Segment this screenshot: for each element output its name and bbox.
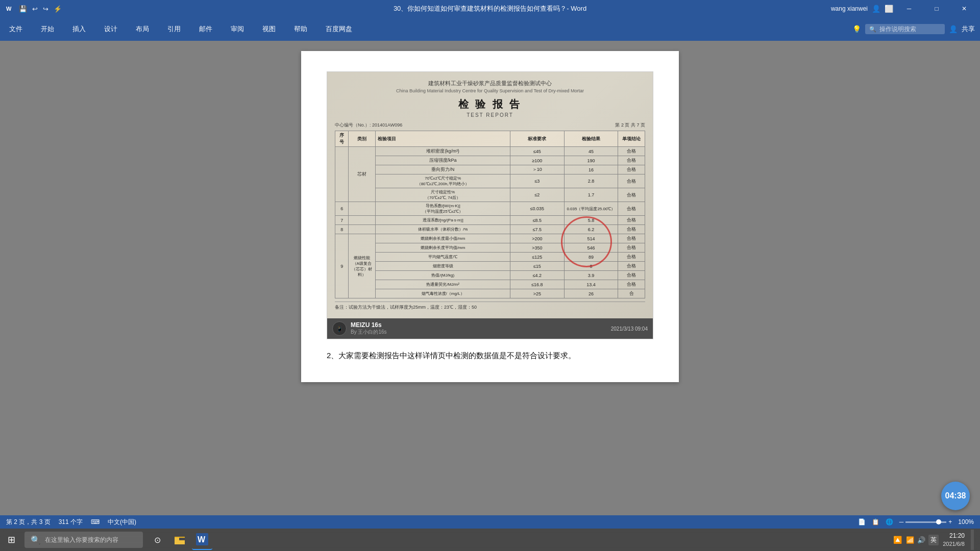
tab-layout[interactable]: 布局: [132, 22, 153, 36]
read-mode-icon[interactable]: 📄: [858, 518, 866, 525]
report-title-en: TEST REPORT: [335, 112, 645, 118]
ribbon-search-box[interactable]: 🔍: [865, 24, 945, 34]
row-seq: 9: [335, 234, 349, 298]
auto-save-qa-btn[interactable]: ⚡: [52, 5, 63, 13]
close-button[interactable]: ✕: [952, 0, 976, 17]
header-category: 类别: [349, 131, 376, 147]
lightbulb-icon: 💡: [852, 25, 861, 33]
table-row: 70℃±2℃尺寸稳定%（80℃±2℃,200h,平均绝小） ≤3 2.8 合格: [335, 174, 645, 188]
zoom-in-icon[interactable]: +: [948, 518, 952, 525]
tab-insert[interactable]: 插入: [68, 22, 90, 36]
row-item: 平均烟气温度/℃: [376, 253, 510, 262]
row-standard: ＞10: [510, 165, 565, 174]
taskbar-search-box[interactable]: 🔍: [24, 532, 143, 548]
start-button[interactable]: ⊞: [0, 529, 22, 551]
svg-text:W: W: [198, 535, 206, 544]
tab-home[interactable]: 开始: [37, 22, 58, 36]
header-item: 检验项目: [376, 131, 510, 147]
search-icon: 🔍: [869, 26, 876, 33]
table-row: 平均烟气温度/℃ ≤125 89 合格: [335, 253, 645, 262]
timer-circle[interactable]: 04:38: [941, 482, 970, 510]
notification-icon[interactable]: 🔼: [893, 536, 902, 544]
report-image: 建筑材料工业干燥砂浆产品质量监督检验测试中心 China Building Ma…: [327, 72, 653, 318]
row-result: 1.7: [564, 188, 618, 202]
taskbar-word-btn[interactable]: W: [192, 530, 212, 550]
row-item: 燃烧剩余长度最小值/mm: [376, 234, 510, 243]
row-conclusion: 合格: [618, 262, 645, 271]
clock-date: 2021/6/8: [943, 540, 965, 547]
restore-button[interactable]: □: [925, 0, 948, 17]
row-conclusion: 合格: [618, 188, 645, 202]
tab-mailings[interactable]: 邮件: [195, 22, 216, 36]
row-conclusion: 合: [618, 289, 645, 298]
row-standard: ≤16.8: [510, 280, 565, 289]
tab-view[interactable]: 视图: [258, 22, 280, 36]
row-conclusion: 合格: [618, 147, 645, 156]
tab-help[interactable]: 帮助: [290, 22, 311, 36]
row-seq: 7: [335, 216, 349, 225]
row-conclusion: 合格: [618, 165, 645, 174]
tab-file[interactable]: 文件: [5, 22, 27, 36]
quick-access-toolbar: 💾 ↩ ↪ ⚡: [17, 5, 63, 13]
taskbar-cortana-btn[interactable]: ⊙: [147, 530, 167, 550]
clock[interactable]: 21:20 2021/6/8: [943, 532, 965, 547]
table-row: 烟密度等级 ≤15 8 合格: [335, 262, 645, 271]
row-category: [349, 225, 376, 234]
title-bar: W 💾 ↩ ↪ ⚡ 30、你如何知道如何审查建筑材料的检测报告如何查看吗？- W…: [0, 0, 980, 17]
row-standard: >200: [510, 234, 565, 243]
zoom-slider-track[interactable]: [905, 521, 946, 523]
zoom-level: 100%: [958, 518, 974, 525]
print-layout-icon[interactable]: 📋: [872, 518, 879, 525]
minimize-button[interactable]: ─: [897, 0, 921, 17]
table-row: 热通量荧光/MJ/m² ≤16.8 13.4 合格: [335, 280, 645, 289]
row-result: 546: [564, 243, 618, 253]
zoom-out-icon[interactable]: ─: [899, 518, 904, 525]
camera-device-icon: 📱: [332, 321, 347, 336]
row-standard: ≤45: [510, 147, 565, 156]
header-standard: 标准要求: [510, 131, 565, 147]
tab-baidu[interactable]: 百度网盘: [322, 22, 356, 36]
camera-info: MEIZU 16s By 王小白的16s: [351, 321, 607, 336]
row-conclusion: 合格: [618, 280, 645, 289]
row-result: 514: [564, 234, 618, 243]
ime-icon[interactable]: 英: [928, 535, 939, 545]
camera-date: 2021/3/13 09:04: [611, 326, 648, 332]
ribbon-search-input[interactable]: [879, 26, 941, 33]
taskbar-explorer-btn[interactable]: [169, 530, 190, 550]
table-row: 9 燃烧性能（A级复合（芯芯）材料） 燃烧剩余长度最小值/mm >200 514…: [335, 234, 645, 243]
web-view-icon[interactable]: 🌐: [886, 518, 893, 525]
row-standard: ≤125: [510, 253, 565, 262]
share-button[interactable]: 共享: [962, 24, 975, 34]
tab-references[interactable]: 引用: [163, 22, 185, 36]
network-icon[interactable]: 📶: [906, 536, 914, 544]
row-item: 热值/(MJ/kg): [376, 271, 510, 280]
tab-design[interactable]: 设计: [100, 22, 121, 36]
speaker-icon[interactable]: 🔊: [917, 536, 925, 544]
zoom-slider[interactable]: ─ +: [899, 518, 952, 525]
word-app-icon: W: [4, 4, 14, 14]
row-item: 70℃±2℃尺寸稳定%（80℃±2℃,200h,平均绝小）: [376, 174, 510, 188]
user-icon[interactable]: 👤: [949, 25, 958, 33]
row-conclusion: 合格: [618, 234, 645, 243]
tab-review[interactable]: 审阅: [227, 22, 248, 36]
row-seq: 8: [335, 225, 349, 234]
document-area[interactable]: 建筑材料工业干燥砂浆产品质量监督检验测试中心 China Building Ma…: [0, 41, 980, 515]
ribbon: 文件 开始 插入 设计 布局 引用 邮件 审阅 视图 帮助 百度网盘 💡 🔍 👤…: [0, 17, 980, 41]
show-desktop-btn[interactable]: [971, 530, 974, 550]
save-qa-btn[interactable]: 💾: [17, 5, 29, 13]
taskbar-search-input[interactable]: [45, 536, 137, 543]
row-result: 5.8: [564, 216, 618, 225]
org-name: 建筑材料工业干燥砂浆产品质量监督检验测试中心: [335, 80, 645, 87]
org-name-en: China Building Material Industry Centre …: [335, 88, 645, 93]
table-header-row: 序号 类别 检验项目 标准要求 检验结果 单项结论: [335, 131, 645, 147]
table-row: 烟气毒性浓度/（mg/L） >25 26 合: [335, 289, 645, 298]
user-avatar-icon[interactable]: 👤: [872, 5, 880, 13]
zoom-slider-thumb[interactable]: [936, 519, 941, 524]
redo-qa-btn[interactable]: ↪: [41, 5, 50, 13]
camera-by: By 王小白的16s: [351, 329, 607, 336]
row-result: 89: [564, 253, 618, 262]
display-mode-icon[interactable]: ⬜: [885, 5, 893, 13]
undo-qa-btn[interactable]: ↩: [31, 5, 39, 13]
table-row: 尺寸稳定性%（70℃±2℃, 74后） ≤2 1.7 合格: [335, 188, 645, 202]
status-bar: 第 2 页，共 3 页 311 个字 ⌨ 中文(中国) 📄 📋 🌐 ─ + 10…: [0, 515, 980, 529]
